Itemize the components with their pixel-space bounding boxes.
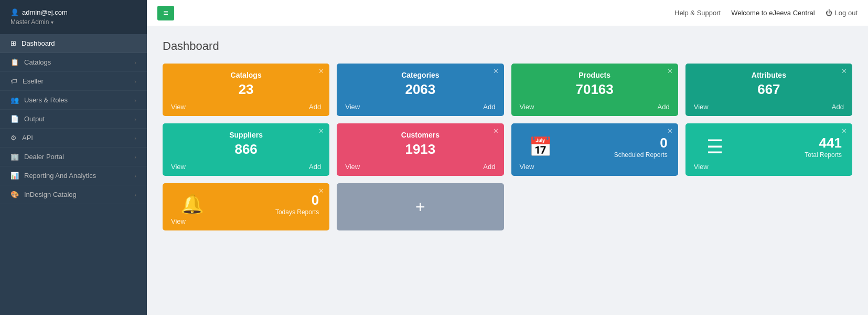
nav-item-left: 🏷 Eseller <box>10 77 44 85</box>
widget-view-customers[interactable]: View <box>345 163 360 171</box>
nav-label-indesign-catalog: InDesign Catalog <box>24 191 77 198</box>
widget-right-total-reports: 441 Total Reports <box>736 131 844 163</box>
sidebar-item-users-roles[interactable]: 👥 Users & Roles › <box>0 91 147 110</box>
widget-view-products[interactable]: View <box>520 103 534 111</box>
widget-number-total-reports: 441 <box>819 135 842 151</box>
topbar: ≡ Help & Support Welcome to eJeeva Centr… <box>147 0 868 26</box>
user-icon: 👤 <box>10 8 19 16</box>
widget-catalogs: ✕ Catalogs 23 View Add <box>163 64 329 116</box>
widget-number-categories: 2063 <box>345 81 495 98</box>
sidebar-item-dealer-portal[interactable]: 🏢 Dealer Portal › <box>0 148 147 166</box>
nav-list: ⊞ Dashboard 📋 Catalogs › 🏷 Eseller › 👥 U… <box>0 34 147 204</box>
user-role: Master Admin ▾ <box>10 18 53 26</box>
close-widget-catalogs[interactable]: ✕ <box>318 68 324 75</box>
chevron-icon: › <box>134 192 136 198</box>
close-widget-total-reports[interactable]: ✕ <box>841 128 847 134</box>
widget-actions-suppliers: View Add <box>171 163 321 171</box>
widget-title-categories: Categories <box>345 71 495 79</box>
close-widget-products[interactable]: ✕ <box>667 68 673 75</box>
widget-actions-products: View Add <box>520 103 670 111</box>
nav-icon-api: ⚙ <box>10 134 17 142</box>
widget-scheduled-reports: ✕ 📅 0 Scheduled Reports View <box>511 123 678 176</box>
widget-view-todays-reports[interactable]: View <box>171 217 186 225</box>
close-widget-categories[interactable]: ✕ <box>493 68 499 75</box>
nav-label-dealer-portal: Dealer Portal <box>24 153 64 161</box>
widget-icon-area-scheduled-reports: 📅 <box>520 131 562 163</box>
nav-icon-output: 📄 <box>10 115 19 123</box>
widget-actions-customers: View Add <box>345 163 495 171</box>
widget-add-products[interactable]: Add <box>658 103 670 111</box>
nav-label-dashboard: Dashboard <box>22 39 55 47</box>
widget-view-catalogs[interactable]: View <box>171 103 186 111</box>
widget-icon-area-total-reports: ☰ <box>694 131 736 163</box>
close-widget-suppliers[interactable]: ✕ <box>318 128 324 134</box>
nav-icon-eseller: 🏷 <box>10 77 17 85</box>
widget-add-customers[interactable]: Add <box>483 163 495 171</box>
topbar-left: ≡ <box>157 6 174 20</box>
nav-label-eseller: Eseller <box>23 77 44 85</box>
logout-button[interactable]: ⏻ Log out <box>826 9 858 17</box>
close-widget-attributes[interactable]: ✕ <box>841 68 847 75</box>
dashboard-content: Dashboard ✕ Catalogs 23 View Add ✕ Categ… <box>147 26 868 315</box>
nav-label-api: API <box>22 134 33 142</box>
user-section: 👤 admin@ej.com Master Admin ▾ <box>0 0 147 34</box>
nav-label-reporting-analytics: Reporting And Analytics <box>24 172 96 180</box>
widget-attributes: ✕ Attributes 667 View Add <box>685 64 852 116</box>
widget-title-catalogs: Catalogs <box>171 71 321 79</box>
sidebar-item-dashboard[interactable]: ⊞ Dashboard <box>0 34 147 53</box>
nav-icon-reporting-analytics: 📊 <box>10 172 19 180</box>
widget-customers: ✕ Customers 1913 View Add <box>337 123 503 176</box>
close-widget-customers[interactable]: ✕ <box>493 128 499 134</box>
help-support-link[interactable]: Help & Support <box>674 9 721 17</box>
widget-icon-area-todays-reports: 🔔 <box>171 191 213 217</box>
nav-icon-dashboard: ⊞ <box>10 39 16 47</box>
hamburger-button[interactable]: ≡ <box>157 6 174 20</box>
widget-number-customers: 1913 <box>345 141 495 158</box>
widget-actions-attributes: View Add <box>694 103 844 111</box>
page-title: Dashboard <box>163 39 852 53</box>
widget-actions-catalogs: View Add <box>171 103 321 111</box>
add-widget-button[interactable]: + <box>337 183 503 230</box>
chevron-icon: › <box>134 78 136 85</box>
nav-label-catalogs: Catalogs <box>24 58 51 66</box>
widget-title-products: Products <box>520 71 670 79</box>
widget-icon-total-reports: ☰ <box>706 138 723 156</box>
widget-split-total-reports: ☰ 441 Total Reports <box>694 131 844 163</box>
widget-sublabel-total-reports: Total Reports <box>805 151 842 159</box>
nav-label-users-roles: Users & Roles <box>24 96 68 104</box>
sidebar-item-catalogs[interactable]: 📋 Catalogs › <box>0 53 147 72</box>
widget-split-scheduled-reports: 📅 0 Scheduled Reports <box>520 131 670 163</box>
welcome-message: Welcome to eJeeva Central <box>731 9 815 17</box>
widget-add-catalogs[interactable]: Add <box>309 103 321 111</box>
chevron-icon: › <box>134 154 136 160</box>
widget-number-suppliers: 866 <box>171 141 321 158</box>
widget-sublabel-todays-reports: Todays Reports <box>275 208 319 216</box>
widget-add-attributes[interactable]: Add <box>832 103 844 111</box>
widget-number-scheduled-reports: 0 <box>660 135 667 151</box>
nav-icon-dealer-portal: 🏢 <box>10 153 19 161</box>
nav-item-left: 📊 Reporting And Analytics <box>10 172 96 180</box>
widget-actions-categories: View Add <box>345 103 495 111</box>
sidebar-item-eseller[interactable]: 🏷 Eseller › <box>0 72 147 91</box>
chevron-icon: › <box>134 59 136 66</box>
sidebar-item-reporting-analytics[interactable]: 📊 Reporting And Analytics › <box>0 166 147 185</box>
nav-item-left: 📋 Catalogs <box>10 58 51 66</box>
close-widget-todays-reports[interactable]: ✕ <box>318 187 324 194</box>
chevron-icon: › <box>134 173 136 179</box>
close-widget-scheduled-reports[interactable]: ✕ <box>667 128 673 134</box>
nav-item-left: ⊞ Dashboard <box>10 39 55 47</box>
sidebar-item-output[interactable]: 📄 Output › <box>0 110 147 129</box>
widget-view-attributes[interactable]: View <box>694 103 709 111</box>
widget-view-total-reports[interactable]: View <box>694 163 709 171</box>
sidebar-item-indesign-catalog[interactable]: 🎨 InDesign Catalog › <box>0 185 147 204</box>
widget-view-scheduled-reports[interactable]: View <box>520 163 534 171</box>
widget-add-categories[interactable]: Add <box>483 103 495 111</box>
sidebar-item-api[interactable]: ⚙ API › <box>0 129 147 148</box>
widget-number-catalogs: 23 <box>171 81 321 98</box>
widget-icon-scheduled-reports: 📅 <box>529 138 552 156</box>
widget-add-suppliers[interactable]: Add <box>309 163 321 171</box>
nav-label-output: Output <box>24 115 45 123</box>
widget-view-categories[interactable]: View <box>345 103 360 111</box>
chevron-icon: › <box>134 135 136 141</box>
widget-view-suppliers[interactable]: View <box>171 163 186 171</box>
